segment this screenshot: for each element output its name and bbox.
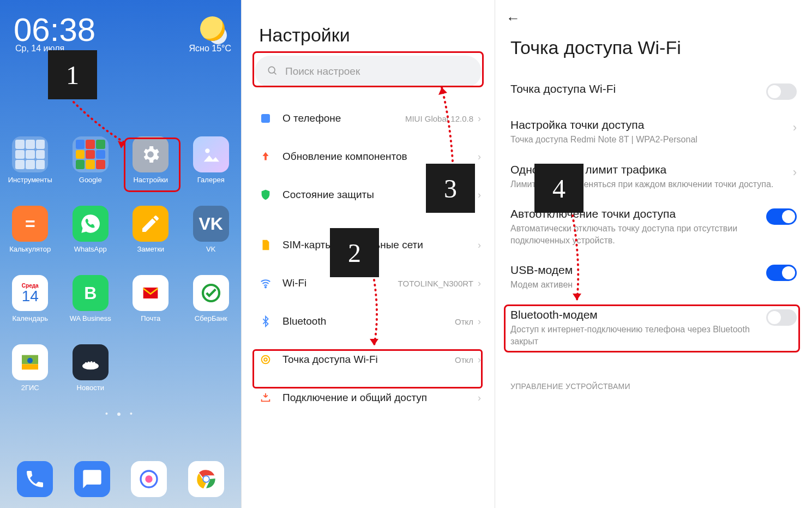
chevron-right-icon: › xyxy=(478,392,481,404)
calculator-icon: = xyxy=(12,206,48,242)
svg-line-14 xyxy=(274,72,276,74)
chevron-right-icon: › xyxy=(478,151,481,163)
wifi-icon xyxy=(255,277,276,289)
chevron-right-icon: › xyxy=(478,113,481,124)
wa-business-icon: B xyxy=(73,275,109,311)
app-vk[interactable]: VKVK xyxy=(185,206,237,253)
app-wa-business[interactable]: BWA Business xyxy=(64,275,116,322)
calendar-icon: Среда14 xyxy=(12,275,48,311)
clock: 06:38 xyxy=(14,11,95,49)
bluetooth-icon xyxy=(255,315,276,327)
update-icon xyxy=(255,151,276,163)
callout-2: 2 xyxy=(330,228,379,277)
chevron-right-icon: › xyxy=(793,121,797,135)
svg-point-6 xyxy=(90,361,92,363)
app-calculator[interactable]: =Калькулятор xyxy=(4,206,56,253)
share-icon xyxy=(255,392,276,404)
svg-point-2 xyxy=(27,358,33,363)
page-dots: • ● • xyxy=(0,409,241,418)
back-button[interactable]: ← xyxy=(506,10,520,27)
chevron-right-icon: › xyxy=(478,240,481,251)
vk-icon: VK xyxy=(193,206,229,242)
sim-icon xyxy=(255,239,276,251)
svg-point-17 xyxy=(264,358,267,361)
svg-rect-15 xyxy=(261,114,270,123)
gallery-icon xyxy=(193,136,229,172)
row-connection-share[interactable]: Подключение и общий доступ › xyxy=(242,379,495,417)
app-tools[interactable]: Инструменты xyxy=(4,136,56,184)
sber-icon xyxy=(193,275,229,311)
app-google-folder[interactable]: Google xyxy=(64,136,116,184)
dock-chrome[interactable] xyxy=(184,461,228,497)
notes-icon xyxy=(133,206,169,242)
search-placeholder: Поиск настроек xyxy=(285,65,360,77)
chrome-icon xyxy=(188,461,224,497)
app-notes[interactable]: Заметки xyxy=(125,206,177,253)
svg-point-5 xyxy=(87,362,89,364)
app-whatsapp[interactable]: WhatsApp xyxy=(64,206,116,253)
dock xyxy=(0,461,241,497)
shield-icon xyxy=(255,189,276,201)
chevron-right-icon: › xyxy=(478,189,481,201)
dock-phone[interactable] xyxy=(13,461,57,497)
toggle-hotspot[interactable] xyxy=(766,83,797,100)
camera-icon xyxy=(131,461,167,497)
svg-point-18 xyxy=(262,356,270,364)
item-bt-tether[interactable]: Bluetooth-модемДоступ к интернет-подключ… xyxy=(495,300,812,356)
settings-search[interactable]: Поиск настроек xyxy=(255,56,482,87)
svg-point-4 xyxy=(85,362,87,364)
svg-point-9 xyxy=(146,475,153,482)
messages-icon xyxy=(74,461,110,497)
row-hotspot[interactable]: Точка доступа Wi-Fi Откл › xyxy=(242,340,495,379)
toggle-auto-off[interactable] xyxy=(766,208,797,225)
toggle-usb-tether[interactable] xyxy=(766,265,797,281)
hotspot-screen: ← Точка доступа Wi-Fi Точка доступа Wi-F… xyxy=(495,0,812,508)
mail-icon xyxy=(133,275,169,311)
dock-camera[interactable] xyxy=(127,461,171,497)
row-bluetooth[interactable]: Bluetooth Откл › xyxy=(242,302,495,340)
weather-text: Ясно 15°C xyxy=(189,44,231,53)
app-news[interactable]: Новости xyxy=(64,344,116,392)
chevron-right-icon: › xyxy=(478,354,481,366)
hotspot-title: Точка доступа Wi-Fi xyxy=(495,0,812,74)
svg-point-7 xyxy=(93,362,95,364)
dock-messages[interactable] xyxy=(70,461,114,497)
callout-3: 3 xyxy=(426,164,475,213)
item-hotspot-setup[interactable]: Настройка точки доступаТочка доступа Red… xyxy=(495,110,812,154)
app-settings[interactable]: Настройки xyxy=(125,136,177,184)
svg-point-12 xyxy=(203,476,209,482)
settings-title: Настройки xyxy=(242,0,495,56)
phone-icon xyxy=(17,461,53,497)
item-usb-tether[interactable]: USB-модемМодем активен xyxy=(495,255,812,300)
home-screen: 06:38 Ср, 14 июля Ясно 15°C Инструменты … xyxy=(0,0,241,508)
news-icon xyxy=(73,344,109,380)
callout-4: 4 xyxy=(534,164,584,213)
app-grid: Инструменты Google Настройки Галерея =Ка… xyxy=(0,136,241,392)
search-icon xyxy=(267,65,278,79)
svg-point-16 xyxy=(265,286,266,288)
whatsapp-icon xyxy=(73,206,109,242)
svg-point-13 xyxy=(268,67,275,73)
svg-point-3 xyxy=(82,362,99,369)
chevron-right-icon: › xyxy=(478,316,481,327)
hotspot-icon xyxy=(255,354,276,366)
chevron-right-icon: › xyxy=(478,278,481,289)
app-gallery[interactable]: Галерея xyxy=(185,136,237,184)
weather-icon xyxy=(200,16,225,41)
row-about-phone[interactable]: О телефоне MIUI Global 12.0.8 › xyxy=(242,99,495,138)
about-icon xyxy=(255,112,276,124)
app-sberbank[interactable]: СберБанк xyxy=(185,275,237,322)
callout-1: 1 xyxy=(48,50,97,99)
app-calendar[interactable]: Среда14Календарь xyxy=(4,275,56,322)
svg-point-0 xyxy=(205,148,209,153)
gis-icon xyxy=(12,344,48,380)
section-devices-label: УПРАВЛЕНИЕ УСТРОЙСТВАМИ xyxy=(495,356,812,391)
chevron-right-icon: › xyxy=(793,165,797,180)
toggle-bt-tether[interactable] xyxy=(766,309,797,326)
app-mail[interactable]: Почта xyxy=(125,275,177,322)
gear-icon xyxy=(133,136,169,172)
app-2gis[interactable]: 2ГИС xyxy=(4,344,56,392)
item-hotspot-toggle[interactable]: Точка доступа Wi-Fi xyxy=(495,74,812,110)
